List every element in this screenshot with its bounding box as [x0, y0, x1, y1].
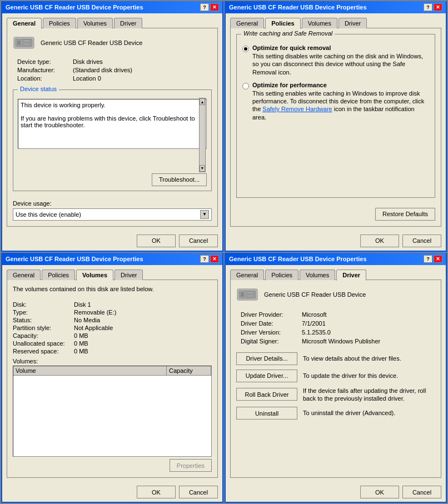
properties-button[interactable]: Properties	[170, 459, 212, 472]
uninstall-driver-button[interactable]: Uninstall	[236, 407, 297, 420]
title-text-general: Generic USB CF Reader USB Device Propert…	[6, 4, 143, 11]
policies-cancel-button[interactable]: Cancel	[402, 234, 441, 247]
policies-tab-content: Write caching and Safe Removal Optimize …	[230, 28, 441, 227]
tab-driver-volumes[interactable]: Volumes	[300, 270, 335, 280]
combo-arrow-icon[interactable]: ▼	[200, 210, 209, 219]
tab-policies-volumes[interactable]: Volumes	[302, 18, 337, 28]
close-button-policies[interactable]: ✕	[434, 3, 442, 11]
driver-device-header: Generic USB CF Reader USB Device	[236, 286, 435, 303]
status-scrollbar[interactable]: ▲ ▼	[199, 98, 206, 172]
tab-volumes-general[interactable]: General	[7, 270, 41, 280]
tab-driver-driver[interactable]: Driver	[336, 270, 366, 281]
driver-ok-button[interactable]: OK	[360, 486, 399, 498]
tab-general-policies[interactable]: Policies	[43, 18, 76, 28]
policies-dialog-buttons: OK Cancel	[226, 231, 446, 251]
tab-volumes-policies[interactable]: Policies	[42, 270, 75, 280]
volumes-ok-button[interactable]: OK	[137, 486, 176, 498]
troubleshoot-row: Troubleshoot...	[18, 173, 207, 186]
volumes-cancel-button[interactable]: Cancel	[179, 486, 218, 498]
help-button-general[interactable]: ?	[200, 3, 209, 11]
general-dialog-buttons: OK Cancel	[2, 231, 222, 251]
general-tab-content: Generic USB CF Reader USB Device Device …	[7, 28, 218, 227]
manufacturer-value: (Standard disk drives)	[73, 67, 212, 73]
unallocated-value: 0 MB	[74, 340, 212, 347]
rollback-driver-button[interactable]: Roll Back Driver	[236, 388, 297, 401]
rollback-btn-row: Roll Back Driver If the device fails aft…	[236, 387, 435, 403]
capacity-label: Capacity:	[13, 332, 74, 339]
tab-volumes-volumes[interactable]: Volumes	[76, 270, 113, 281]
general-ok-button[interactable]: OK	[137, 234, 176, 247]
tab-volumes-driver[interactable]: Driver	[115, 270, 143, 280]
capacity-value: 0 MB	[74, 332, 212, 339]
device-status-text: This device is working properly. If you …	[18, 99, 207, 149]
scroll-down[interactable]: ▼	[200, 165, 205, 172]
tab-policies-driver[interactable]: Driver	[339, 18, 367, 28]
location-label: Location:	[17, 75, 73, 82]
provider-value: Microsoft	[302, 311, 435, 318]
scroll-up[interactable]: ▲	[200, 98, 205, 105]
device-status-group: Device status This device is working pro…	[13, 89, 212, 191]
device-info-table: Device type: Disk drives Manufacturer: (…	[13, 58, 212, 82]
volumes-intro: The volumes contained on this disk are l…	[13, 286, 212, 292]
driver-cancel-button[interactable]: Cancel	[402, 486, 441, 498]
help-button-policies[interactable]: ?	[424, 3, 432, 11]
type-label: Type:	[13, 309, 74, 316]
update-btn-row: Update Driver... To update the driver fo…	[236, 370, 435, 382]
driver-tab-content: Generic USB CF Reader USB Device Driver …	[230, 280, 441, 478]
details-desc: To view details about the driver files.	[303, 355, 401, 362]
safely-remove-link[interactable]: Safely Remove Hardware	[262, 106, 332, 112]
list-header: Volume Capacity	[13, 366, 211, 376]
svg-rect-9	[246, 295, 254, 297]
details-btn-row: Driver Details... To view details about …	[236, 352, 435, 365]
tab-general-general[interactable]: General	[7, 18, 42, 29]
title-text-policies: Generic USB CF Reader USB Device Propert…	[229, 4, 367, 11]
close-button-driver[interactable]: ✕	[434, 255, 442, 263]
uninstall-btn-row: Uninstall To uninstall the driver (Advan…	[236, 407, 435, 420]
troubleshoot-button[interactable]: Troubleshoot...	[152, 173, 207, 186]
location-value: Location 0	[73, 75, 212, 82]
device-name-label: Generic USB CF Reader USB Device	[41, 39, 142, 46]
driver-content: General Policies Volumes Driver Generic …	[226, 265, 446, 483]
driver-window: Generic USB CF Reader USB Device Propert…	[225, 253, 447, 503]
restore-defaults-button[interactable]: Restore Defaults	[375, 208, 435, 221]
close-button-general[interactable]: ✕	[210, 3, 219, 11]
write-caching-group: Write caching and Safe Removal Optimize …	[236, 34, 435, 198]
reserved-label: Reserved space:	[13, 348, 74, 355]
general-cancel-button[interactable]: Cancel	[179, 234, 218, 247]
status-label: Status:	[13, 317, 74, 323]
driver-details-button[interactable]: Driver Details...	[236, 352, 297, 365]
unallocated-label: Unallocated space:	[13, 340, 74, 347]
device-usage-combo[interactable]: Use this device (enable) ▼	[13, 208, 212, 221]
volumes-tab-content: The volumes contained on this disk are l…	[7, 280, 218, 478]
device-status-title: Device status	[18, 86, 59, 92]
update-driver-button[interactable]: Update Driver...	[236, 370, 297, 382]
radio-option1[interactable]	[242, 46, 249, 52]
policies-ok-button[interactable]: OK	[360, 234, 399, 247]
tab-general-volumes[interactable]: Volumes	[77, 18, 113, 28]
help-button-volumes[interactable]: ?	[200, 255, 209, 263]
type-value: Removable (E:)	[74, 309, 212, 316]
partition-label: Partition style:	[13, 325, 74, 331]
tab-driver-general[interactable]: General	[230, 270, 264, 280]
title-bar-driver: Generic USB CF Reader USB Device Propert…	[226, 253, 446, 265]
tab-policies-general[interactable]: General	[230, 18, 264, 28]
disk-value: Disk 1	[74, 301, 212, 308]
volumes-list[interactable]: Volume Capacity	[13, 366, 212, 457]
option1-title: Optimize for quick removal	[252, 44, 429, 51]
tab-general-driver[interactable]: Driver	[114, 18, 142, 28]
help-button-driver[interactable]: ?	[424, 255, 432, 263]
svg-rect-8	[246, 292, 254, 293]
volumes-content: General Policies Volumes Driver The volu…	[2, 265, 222, 483]
policies-group-title: Write caching and Safe Removal	[241, 30, 335, 37]
date-label: Driver Date:	[241, 320, 302, 327]
driver-dialog-buttons: OK Cancel	[226, 482, 446, 502]
radio-option2[interactable]	[242, 83, 249, 89]
tab-bar-driver: General Policies Volumes Driver	[230, 270, 441, 280]
tab-policies-policies[interactable]: Policies	[265, 18, 301, 29]
properties-btn-row: Properties	[13, 459, 212, 472]
tab-driver-policies[interactable]: Policies	[265, 270, 298, 280]
option2-desc: This setting enables write caching in Wi…	[252, 89, 429, 121]
close-button-volumes[interactable]: ✕	[210, 255, 219, 263]
device-type-label: Device type:	[17, 58, 73, 65]
svg-rect-2	[17, 41, 21, 45]
